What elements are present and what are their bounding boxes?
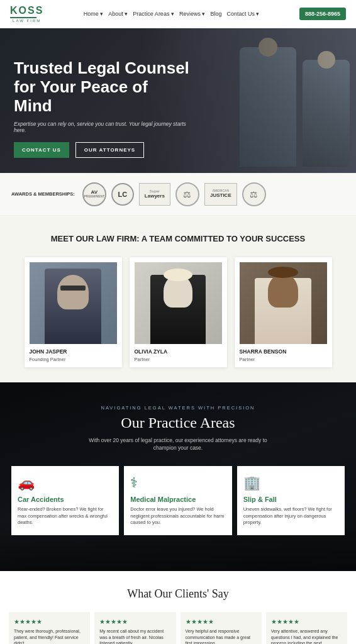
practice-card-title-car: Car Accidents [18,496,113,503]
attorney-name-john: JOHN JASPER [30,348,117,355]
practice-eyebrow: NAVIGATING LEGAL WATERS WITH PRECISION [11,405,345,411]
attorney-photo-olivia [135,262,222,344]
our-attorneys-button[interactable]: OUR ATTORNEYS [75,142,144,158]
practice-card-desc-medical: Doctor error leave you injured? We hold … [130,506,225,526]
navigation: KOSS LAW FIRM Home ▾ About ▾ Practice Ar… [0,0,356,28]
hero-section: Trusted Legal Counsel for Your Peace of … [0,28,356,173]
award-badges: AV PREEMINENT LC Super Lawyers ⚖ AMERICA… [82,182,266,206]
testimonial-card-2: ★★★★★ Very helpful and responsive commun… [181,612,262,644]
hero-content: Trusted Legal Counsel for Your Peace of … [14,59,190,158]
practice-card-title-slip: Slip & Fall [243,496,338,503]
attorney-name-sharra: SHARRA BENSON [240,348,327,355]
testimonial-text-1: My recent call about my accident was a b… [99,628,170,644]
team-section: MEET OUR LAW FIRM: A TEAM COMMITTED TO Y… [0,216,356,382]
contact-us-button[interactable]: CONTACT US [14,142,69,158]
testimonial-text-0: They were thorough, professional, patien… [14,628,85,644]
practice-content: NAVIGATING LEGAL WATERS WITH PRECISION O… [11,405,345,535]
nav-about[interactable]: About ▾ [108,11,128,17]
phone-button[interactable]: 888-256-8965 [299,8,346,20]
stars-3: ★★★★★ [271,618,342,625]
awards-section: AWARDS & MEMBERSHIPS: AV PREEMINENT LC S… [0,173,356,216]
attorney-title-olivia: Partner [135,357,222,362]
practice-cards: 🚗 Car Accidents Rear-ended? Broken bones… [11,466,345,535]
stars-1: ★★★★★ [99,618,170,625]
nav-home[interactable]: Home ▾ [84,11,104,17]
stars-0: ★★★★★ [14,618,85,625]
testimonial-card-3: ★★★★★ Very attentive, answered any quest… [266,612,347,644]
testimonial-card-1: ★★★★★ My recent call about my accident w… [94,612,175,644]
attorney-photo-john [30,262,117,344]
awards-label: AWARDS & MEMBERSHIPS: [11,191,75,197]
nav-practice[interactable]: Practice Areas ▾ [133,11,174,17]
practice-card-medical[interactable]: ⚕ Medical Malpractice Doctor error leave… [124,466,231,535]
medical-icon: ⚕ [130,475,225,491]
testimonials-title: What Our Clients' Say [9,587,347,601]
logo[interactable]: KOSS LAW FIRM [10,5,43,23]
attorneys-grid: JOHN JASPER Founding Partner OLIVIA ZYLA… [11,257,345,367]
practice-title: Our Practice Areas [11,414,345,431]
testimonials-section: What Our Clients' Say ★★★★★ They were th… [0,571,356,644]
nav-reviews[interactable]: Reviews ▾ [179,11,206,17]
practice-card-desc-slip: Uneven sidewalks, wet floors? We fight f… [243,506,338,526]
stars-2: ★★★★★ [186,618,257,625]
attorney-name-olivia: OLIVIA ZYLA [135,348,222,355]
testimonial-card-0: ★★★★★ They were thorough, professional, … [9,612,90,644]
testimonials-grid: ★★★★★ They were thorough, professional, … [9,612,347,644]
practice-card-desc-car: Rear-ended? Broken bones? We fight for m… [18,506,113,526]
car-icon: 🚗 [18,475,113,491]
hero-buttons: CONTACT US OUR ATTORNEYS [14,142,190,158]
attorney-card-sharra: SHARRA BENSON Partner [235,257,332,367]
attorney-card-john: JOHN JASPER Founding Partner [25,257,122,367]
nav-contact[interactable]: Contact Us ▾ [226,11,259,17]
award-seal1: ⚖ [175,182,199,206]
practice-card-car[interactable]: 🚗 Car Accidents Rear-ended? Broken bones… [11,466,119,535]
attorney-card-olivia: OLIVIA ZYLA Partner [130,257,227,367]
testimonial-text-3: Very attentive, answered any questions I… [271,628,342,644]
practice-card-slip[interactable]: 🏢 Slip & Fall Uneven sidewalks, wet floo… [237,466,345,535]
award-super-lawyers: Super Lawyers [139,183,170,206]
nav-links: Home ▾ About ▾ Practice Areas ▾ Reviews … [84,11,260,17]
attorney-title-sharra: Partner [240,357,327,362]
award-american-justice: AMERICAN JUSTICE [204,183,237,206]
practice-description: With over 20 years of legal practice, ou… [81,436,275,453]
attorney-title-john: Founding Partner [30,357,117,362]
hero-title: Trusted Legal Counsel for Your Peace of … [14,59,190,116]
team-title: MEET OUR LAW FIRM: A TEAM COMMITTED TO Y… [11,233,345,245]
attorney-photo-sharra [240,262,327,344]
slip-icon: 🏢 [243,475,338,491]
practice-section: NAVIGATING LEGAL WATERS WITH PRECISION O… [0,382,356,571]
practice-card-title-medical: Medical Malpractice [130,496,225,503]
testimonial-text-2: Very helpful and responsive communicatio… [186,628,257,644]
award-seal2: ⚖ [242,182,266,206]
nav-blog[interactable]: Blog [210,11,221,17]
hero-subtitle: Expertise you can rely on, service you c… [14,121,190,133]
award-av: AV PREEMINENT [82,182,106,206]
award-lc: LC [111,183,134,206]
